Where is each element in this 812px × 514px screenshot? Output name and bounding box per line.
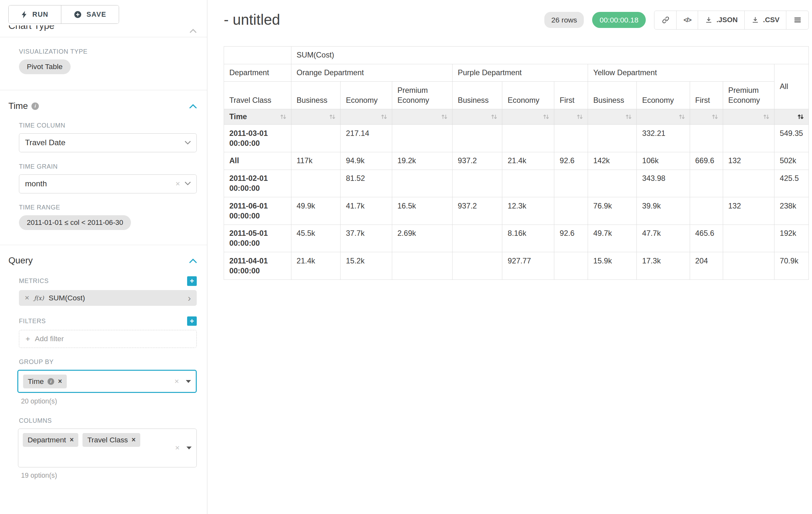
cell: 21.4k <box>291 252 341 280</box>
row-label: 2011-03-01 00:00:00 <box>224 125 291 152</box>
sort-cell <box>588 109 637 125</box>
secondary-axis-label-cell: Travel Class <box>224 82 291 109</box>
chart-type-section-header: Chart Type <box>8 25 199 34</box>
sort-icon[interactable] <box>543 113 550 120</box>
columns-tag[interactable]: Travel Class × <box>83 433 140 447</box>
chevron-right-icon[interactable]: › <box>188 293 191 303</box>
time-section-header[interactable]: Time i <box>8 101 197 111</box>
cell: 343.98 <box>637 170 690 197</box>
chevron-up-icon[interactable] <box>190 104 197 109</box>
cell <box>554 170 588 197</box>
time-grain-select[interactable]: month × <box>19 174 197 193</box>
sort-icon[interactable] <box>490 113 498 120</box>
export-json-button[interactable]: .JSON <box>698 10 745 30</box>
time-column-select[interactable]: Travel Date <box>19 133 197 152</box>
chevron-up-icon[interactable] <box>190 258 197 263</box>
class-header-cell: First <box>690 82 723 109</box>
sort-icon[interactable] <box>678 113 686 120</box>
sort-icon[interactable] <box>380 113 388 120</box>
cell <box>291 125 341 152</box>
cell: 8.16k <box>502 224 554 252</box>
info-icon[interactable]: i <box>31 103 39 110</box>
cell <box>690 170 723 197</box>
class-header-cell: Business <box>452 82 502 109</box>
control-panel: RUN SAVE Chart Type VISUALIZATION TYPE P… <box>0 0 207 514</box>
sort-desc-icon[interactable] <box>797 113 804 120</box>
run-button[interactable]: RUN <box>9 5 61 23</box>
clear-icon[interactable]: × <box>175 444 179 452</box>
chevron-down-icon <box>185 141 191 144</box>
cell <box>392 125 452 152</box>
row-label: 2011-02-01 00:00:00 <box>224 170 291 197</box>
add-filter-plus-button[interactable]: + <box>187 317 196 326</box>
chevron-up-icon[interactable] <box>190 29 196 33</box>
chart-area: - untitled 26 rows 00:00:00.18 </> .JSON <box>207 0 812 514</box>
sort-icon[interactable] <box>329 113 336 120</box>
app: RUN SAVE Chart Type VISUALIZATION TYPE P… <box>0 0 812 514</box>
sort-icon[interactable] <box>762 113 770 120</box>
columns-tag[interactable]: Department × <box>23 433 78 447</box>
cell: 502k <box>775 152 809 170</box>
pivot-table: SUM(Cost) Department Orange Department P… <box>224 46 809 280</box>
time-range-pill[interactable]: 2011-01-01 ≤ col < 2011-06-30 <box>19 215 131 230</box>
row-count-badge: 26 rows <box>544 12 584 28</box>
more-menu-button[interactable] <box>786 10 809 30</box>
group-by-select[interactable]: Time i × × <box>17 370 197 393</box>
menu-icon <box>793 16 802 24</box>
save-label: SAVE <box>87 10 107 19</box>
remove-icon[interactable]: × <box>132 437 136 443</box>
sort-icon[interactable] <box>625 113 632 120</box>
time-column-label: TIME COLUMN <box>19 122 197 129</box>
embed-code-button[interactable]: </> <box>676 10 698 30</box>
remove-icon[interactable]: × <box>25 294 29 302</box>
cell <box>502 170 554 197</box>
cell <box>690 125 723 152</box>
query-section-header[interactable]: Query <box>8 255 197 266</box>
class-header-cell: Business <box>588 82 637 109</box>
cell: 132 <box>723 197 774 225</box>
chevron-down-icon <box>185 182 191 185</box>
visualization-type-pill[interactable]: Pivot Table <box>19 59 70 75</box>
department-header-cell: Purple Department <box>452 64 588 82</box>
copy-link-button[interactable] <box>654 10 677 30</box>
plus-icon: + <box>190 277 194 285</box>
export-csv-button[interactable]: .CSV <box>744 10 787 30</box>
cell <box>723 224 774 252</box>
clear-icon[interactable]: × <box>174 377 179 385</box>
sort-icon[interactable] <box>441 113 448 120</box>
save-button[interactable]: SAVE <box>61 5 119 23</box>
columns-select[interactable]: Department × Travel Class × × <box>18 429 197 467</box>
cell: 549.35 <box>775 125 809 152</box>
cell: 16.5k <box>392 197 452 225</box>
cell <box>723 252 774 280</box>
remove-icon[interactable]: × <box>58 378 62 385</box>
cell: 937.2 <box>452 152 502 170</box>
info-icon[interactable]: i <box>48 378 54 385</box>
sort-cell <box>341 109 392 125</box>
visualization-type-label: VISUALIZATION TYPE <box>19 48 197 55</box>
cell: 927.77 <box>502 252 554 280</box>
cell <box>452 252 502 280</box>
add-metric-button[interactable]: + <box>187 276 196 286</box>
group-by-tag[interactable]: Time i × <box>23 375 67 388</box>
remove-icon[interactable]: × <box>70 437 74 443</box>
export-csv-label: .CSV <box>763 16 780 24</box>
class-header-cell: Economy <box>637 82 690 109</box>
cell: 70.9k <box>775 252 809 280</box>
sort-icon[interactable] <box>576 113 583 120</box>
cell <box>690 197 723 225</box>
cell: 21.4k <box>502 152 554 170</box>
cell: 47.7k <box>637 224 690 252</box>
sort-icon[interactable] <box>711 113 719 120</box>
metric-pill[interactable]: × ƒ(x) SUM(Cost) › <box>19 290 197 306</box>
chart-title[interactable]: - untitled <box>224 11 280 28</box>
time-section-title: Time <box>8 101 28 111</box>
function-icon: ƒ(x) <box>34 295 44 301</box>
corner-cell <box>224 46 291 64</box>
sort-icon[interactable] <box>280 113 287 120</box>
department-header-cell: Orange Department <box>291 64 452 82</box>
add-filter-button[interactable]: + Add filter <box>19 330 197 348</box>
columns-label: COLUMNS <box>19 417 197 424</box>
export-toolbar: </> .JSON .CSV <box>654 10 809 30</box>
clear-icon[interactable]: × <box>176 180 180 188</box>
